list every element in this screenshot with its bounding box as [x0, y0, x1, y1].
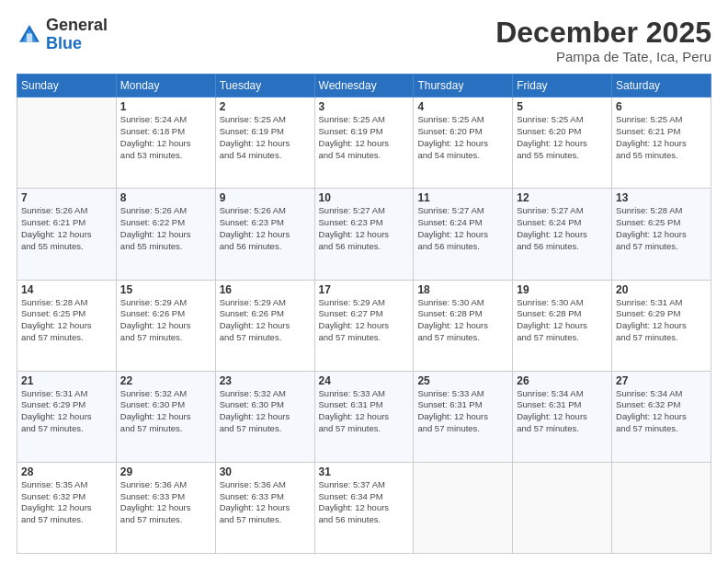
day-info: Sunrise: 5:30 AMSunset: 6:28 PMDaylight:…	[517, 297, 608, 344]
col-sunday: Sunday	[17, 75, 117, 98]
col-tuesday: Tuesday	[215, 75, 314, 98]
day-info: Sunrise: 5:37 AMSunset: 6:34 PMDaylight:…	[319, 479, 410, 526]
day-info: Sunrise: 5:34 AMSunset: 6:31 PMDaylight:…	[517, 388, 608, 435]
table-row: 4Sunrise: 5:25 AMSunset: 6:20 PMDaylight…	[414, 98, 513, 189]
table-row: 9Sunrise: 5:26 AMSunset: 6:23 PMDaylight…	[215, 189, 314, 280]
table-row: 3Sunrise: 5:25 AMSunset: 6:19 PMDaylight…	[314, 98, 414, 189]
day-info: Sunrise: 5:33 AMSunset: 6:31 PMDaylight:…	[417, 388, 508, 435]
day-number: 21	[21, 374, 112, 387]
calendar-header-row: Sunday Monday Tuesday Wednesday Thursday…	[17, 75, 711, 98]
day-number: 17	[319, 283, 410, 296]
table-row: 21Sunrise: 5:31 AMSunset: 6:29 PMDayligh…	[17, 371, 117, 462]
table-row: 25Sunrise: 5:33 AMSunset: 6:31 PMDayligh…	[414, 371, 513, 462]
page-title: December 2025	[495, 17, 711, 49]
day-info: Sunrise: 5:32 AMSunset: 6:30 PMDaylight:…	[120, 388, 211, 435]
day-info: Sunrise: 5:29 AMSunset: 6:26 PMDaylight:…	[120, 297, 211, 344]
table-row: 18Sunrise: 5:30 AMSunset: 6:28 PMDayligh…	[414, 280, 513, 371]
day-number: 13	[616, 191, 707, 204]
table-row: 27Sunrise: 5:34 AMSunset: 6:32 PMDayligh…	[612, 371, 711, 462]
day-number: 5	[517, 100, 608, 113]
col-monday: Monday	[116, 75, 215, 98]
day-number: 30	[220, 465, 311, 478]
table-row: 19Sunrise: 5:30 AMSunset: 6:28 PMDayligh…	[513, 280, 612, 371]
day-number: 28	[21, 465, 112, 478]
logo-icon	[17, 22, 42, 48]
table-row: 29Sunrise: 5:36 AMSunset: 6:33 PMDayligh…	[116, 462, 215, 553]
col-friday: Friday	[513, 75, 612, 98]
table-row: 11Sunrise: 5:27 AMSunset: 6:24 PMDayligh…	[414, 189, 513, 280]
page-subtitle: Pampa de Tate, Ica, Peru	[495, 49, 711, 64]
table-row: 14Sunrise: 5:28 AMSunset: 6:25 PMDayligh…	[17, 280, 117, 371]
table-row: 16Sunrise: 5:29 AMSunset: 6:26 PMDayligh…	[215, 280, 314, 371]
table-row: 26Sunrise: 5:34 AMSunset: 6:31 PMDayligh…	[513, 371, 612, 462]
day-info: Sunrise: 5:32 AMSunset: 6:30 PMDaylight:…	[220, 388, 311, 435]
day-number: 10	[319, 191, 410, 204]
day-number: 8	[120, 191, 211, 204]
day-number: 12	[517, 191, 608, 204]
page: General Blue December 2025 Pampa de Tate…	[0, 0, 728, 563]
table-row: 1Sunrise: 5:24 AMSunset: 6:18 PMDaylight…	[116, 98, 215, 189]
day-info: Sunrise: 5:34 AMSunset: 6:32 PMDaylight:…	[616, 388, 707, 435]
day-info: Sunrise: 5:25 AMSunset: 6:19 PMDaylight:…	[220, 114, 311, 161]
table-row: 8Sunrise: 5:26 AMSunset: 6:22 PMDaylight…	[116, 189, 215, 280]
day-number: 22	[120, 374, 211, 387]
table-row: 7Sunrise: 5:26 AMSunset: 6:21 PMDaylight…	[17, 189, 117, 280]
day-number: 11	[417, 191, 508, 204]
day-info: Sunrise: 5:26 AMSunset: 6:22 PMDaylight:…	[120, 205, 211, 252]
table-row: 10Sunrise: 5:27 AMSunset: 6:23 PMDayligh…	[314, 189, 414, 280]
calendar-week-row: 21Sunrise: 5:31 AMSunset: 6:29 PMDayligh…	[17, 371, 711, 462]
table-row	[17, 98, 117, 189]
day-number: 26	[517, 374, 608, 387]
table-row: 24Sunrise: 5:33 AMSunset: 6:31 PMDayligh…	[314, 371, 414, 462]
day-info: Sunrise: 5:27 AMSunset: 6:24 PMDaylight:…	[517, 205, 608, 252]
day-info: Sunrise: 5:24 AMSunset: 6:18 PMDaylight:…	[120, 114, 211, 161]
table-row: 28Sunrise: 5:35 AMSunset: 6:32 PMDayligh…	[17, 462, 117, 553]
day-number: 3	[319, 100, 410, 113]
day-info: Sunrise: 5:33 AMSunset: 6:31 PMDaylight:…	[319, 388, 410, 435]
calendar-week-row: 1Sunrise: 5:24 AMSunset: 6:18 PMDaylight…	[17, 98, 711, 189]
day-number: 4	[417, 100, 508, 113]
day-info: Sunrise: 5:26 AMSunset: 6:21 PMDaylight:…	[21, 205, 112, 252]
calendar-week-row: 14Sunrise: 5:28 AMSunset: 6:25 PMDayligh…	[17, 280, 711, 371]
table-row: 23Sunrise: 5:32 AMSunset: 6:30 PMDayligh…	[215, 371, 314, 462]
day-info: Sunrise: 5:36 AMSunset: 6:33 PMDaylight:…	[120, 479, 211, 526]
table-row: 22Sunrise: 5:32 AMSunset: 6:30 PMDayligh…	[116, 371, 215, 462]
day-info: Sunrise: 5:28 AMSunset: 6:25 PMDaylight:…	[21, 297, 112, 344]
day-info: Sunrise: 5:28 AMSunset: 6:25 PMDaylight:…	[616, 205, 707, 252]
day-info: Sunrise: 5:29 AMSunset: 6:27 PMDaylight:…	[319, 297, 410, 344]
logo-text: General Blue	[46, 17, 108, 53]
calendar-table: Sunday Monday Tuesday Wednesday Thursday…	[17, 74, 711, 554]
day-info: Sunrise: 5:36 AMSunset: 6:33 PMDaylight:…	[220, 479, 311, 526]
table-row: 15Sunrise: 5:29 AMSunset: 6:26 PMDayligh…	[116, 280, 215, 371]
day-number: 2	[220, 100, 311, 113]
day-number: 16	[220, 283, 311, 296]
day-number: 29	[120, 465, 211, 478]
day-info: Sunrise: 5:35 AMSunset: 6:32 PMDaylight:…	[21, 479, 112, 526]
table-row	[513, 462, 612, 553]
table-row	[414, 462, 513, 553]
day-number: 9	[220, 191, 311, 204]
table-row: 6Sunrise: 5:25 AMSunset: 6:21 PMDaylight…	[612, 98, 711, 189]
day-info: Sunrise: 5:25 AMSunset: 6:20 PMDaylight:…	[417, 114, 508, 161]
day-number: 20	[616, 283, 707, 296]
calendar-week-row: 7Sunrise: 5:26 AMSunset: 6:21 PMDaylight…	[17, 189, 711, 280]
day-number: 25	[417, 374, 508, 387]
svg-rect-2	[27, 33, 32, 41]
day-number: 18	[417, 283, 508, 296]
day-number: 24	[319, 374, 410, 387]
col-thursday: Thursday	[414, 75, 513, 98]
day-info: Sunrise: 5:27 AMSunset: 6:23 PMDaylight:…	[319, 205, 410, 252]
table-row: 13Sunrise: 5:28 AMSunset: 6:25 PMDayligh…	[612, 189, 711, 280]
col-saturday: Saturday	[612, 75, 711, 98]
day-info: Sunrise: 5:25 AMSunset: 6:21 PMDaylight:…	[616, 114, 707, 161]
table-row: 20Sunrise: 5:31 AMSunset: 6:29 PMDayligh…	[612, 280, 711, 371]
day-number: 7	[21, 191, 112, 204]
day-number: 1	[120, 100, 211, 113]
day-info: Sunrise: 5:30 AMSunset: 6:28 PMDaylight:…	[417, 297, 508, 344]
table-row: 2Sunrise: 5:25 AMSunset: 6:19 PMDaylight…	[215, 98, 314, 189]
day-number: 31	[319, 465, 410, 478]
day-number: 27	[616, 374, 707, 387]
col-wednesday: Wednesday	[314, 75, 414, 98]
day-info: Sunrise: 5:26 AMSunset: 6:23 PMDaylight:…	[220, 205, 311, 252]
table-row: 31Sunrise: 5:37 AMSunset: 6:34 PMDayligh…	[314, 462, 414, 553]
